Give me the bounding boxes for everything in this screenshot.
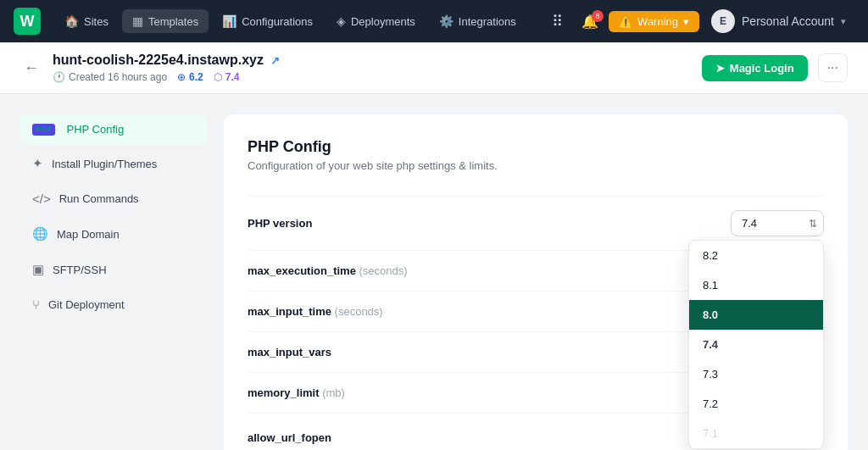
- version-option-7-2[interactable]: 7.2: [689, 389, 823, 419]
- account-menu[interactable]: E Personal Account ▾: [703, 5, 854, 37]
- notification-bell[interactable]: 🔔 8: [575, 8, 605, 35]
- version-option-7-4[interactable]: 7.4: [689, 330, 823, 359]
- code-icon: </>: [32, 192, 51, 206]
- notification-badge: 8: [592, 10, 604, 22]
- php-icon: ⬡: [214, 71, 222, 83]
- sidebar-item-install-plugins[interactable]: ✦ Install Plugin/Themes: [20, 147, 207, 180]
- header-bar: ← hunt-coolish-2225e4.instawp.xyz ↗ 🕐 Cr…: [0, 42, 868, 94]
- created-info: 🕐 Created 16 hours ago: [53, 71, 167, 83]
- sidebar-item-php-config[interactable]: PHP PHP Config: [20, 114, 207, 144]
- nav-item-deployments[interactable]: ◈ Deployments: [326, 9, 426, 33]
- sidebar-item-map-domain[interactable]: 🌐 Map Domain: [20, 218, 207, 250]
- memory-limit-label: memory_limit (mb): [248, 386, 434, 399]
- nav-item-configurations[interactable]: 📊 Configurations: [212, 9, 323, 33]
- avatar: E: [711, 9, 735, 33]
- version-dropdown[interactable]: 8.2 8.1 8.0 7.4 7.3 7.2 7.1: [688, 240, 824, 449]
- integrations-icon: ⚙️: [439, 14, 453, 28]
- sidebar-item-sftp-ssh[interactable]: ▣ SFTP/SSH: [20, 253, 207, 286]
- max-execution-time-label: max_execution_time (seconds): [248, 264, 434, 277]
- nav-item-integrations[interactable]: ⚙️ Integrations: [429, 9, 526, 33]
- sidebar: PHP PHP Config ✦ Install Plugin/Themes <…: [20, 114, 207, 450]
- max-input-time-label: max_input_time (seconds): [248, 305, 434, 318]
- navbar: W 🏠 Sites ▦ Templates 📊 Configurations ◈…: [0, 0, 868, 42]
- php-icon: PHP: [32, 124, 55, 136]
- clock-icon: 🕐: [53, 71, 65, 83]
- max-input-vars-label: max_input_vars: [248, 346, 434, 358]
- home-icon: 🏠: [64, 14, 79, 28]
- version-option-8-2[interactable]: 8.2: [689, 241, 823, 270]
- php-version-row: PHP version 7.4 ⇅ 8.2 8.1 8.0 7.4 7.3 7.…: [248, 196, 824, 250]
- wordpress-icon: ⊕: [177, 71, 186, 83]
- content-description: Configuration of your web site php setti…: [248, 159, 824, 172]
- magic-login-button[interactable]: ➤ Magic Login: [702, 55, 808, 81]
- warning-button[interactable]: ⚠️ Warning ▾: [609, 11, 699, 32]
- login-icon: ➤: [715, 62, 725, 75]
- php-version-select[interactable]: 7.4: [731, 210, 824, 236]
- chevron-down-icon: ▾: [841, 16, 846, 27]
- nav-item-sites[interactable]: 🏠 Sites: [54, 9, 119, 33]
- wp-version: ⊕ 6.2: [177, 71, 203, 83]
- site-title: hunt-coolish-2225e4.instawp.xyz ↗: [53, 53, 692, 68]
- templates-icon: ▦: [132, 14, 143, 28]
- version-option-8-1[interactable]: 8.1: [689, 270, 823, 300]
- version-option-7-1[interactable]: 7.1: [689, 419, 823, 448]
- globe-icon: 🌐: [32, 226, 48, 242]
- site-meta: 🕐 Created 16 hours ago ⊕ 6.2 ⬡ 7.4: [53, 71, 692, 83]
- nav-item-templates[interactable]: ▦ Templates: [122, 9, 209, 33]
- php-version: ⬡ 7.4: [214, 71, 240, 83]
- puzzle-icon: ✦: [32, 156, 43, 171]
- php-version-select-container: 7.4 ⇅ 8.2 8.1 8.0 7.4 7.3 7.2 7.1: [731, 210, 824, 236]
- external-link-icon[interactable]: ↗: [270, 54, 280, 67]
- terminal-icon: ▣: [32, 262, 44, 277]
- more-options-button[interactable]: ···: [818, 53, 848, 82]
- grid-icon[interactable]: ⠿: [543, 7, 571, 36]
- sidebar-item-git-deployment[interactable]: ⑂ Git Deployment: [20, 289, 207, 320]
- logo[interactable]: W: [14, 8, 41, 35]
- git-icon: ⑂: [32, 297, 40, 312]
- sidebar-item-run-commands[interactable]: </> Run Commands: [20, 183, 207, 214]
- back-button[interactable]: ←: [20, 56, 42, 81]
- site-info: hunt-coolish-2225e4.instawp.xyz ↗ 🕐 Crea…: [53, 53, 692, 83]
- version-option-8-0[interactable]: 8.0: [689, 300, 823, 330]
- deployments-icon: ◈: [337, 14, 346, 28]
- chevron-down-icon: ▾: [683, 15, 689, 28]
- version-option-7-3[interactable]: 7.3: [689, 359, 823, 389]
- configurations-icon: 📊: [222, 14, 236, 28]
- warning-icon: ⚠️: [619, 15, 632, 28]
- php-version-label: PHP version: [248, 217, 731, 230]
- content-title: PHP Config: [248, 138, 824, 156]
- allow-url-fopen-label: allow_url_fopen: [248, 431, 434, 444]
- main-layout: PHP PHP Config ✦ Install Plugin/Themes <…: [0, 94, 868, 450]
- content-panel: PHP Config Configuration of your web sit…: [224, 114, 848, 450]
